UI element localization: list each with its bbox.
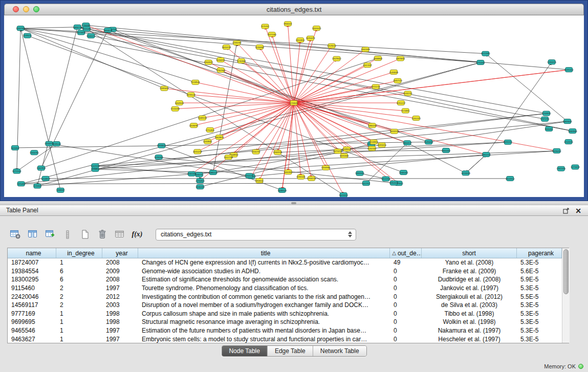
table-cell[interactable]: Disruption of a novel member of a sodium… xyxy=(138,301,390,309)
tab-edge-table[interactable]: Edge Table xyxy=(267,346,313,356)
minimize-window-button[interactable] xyxy=(23,6,29,12)
table-cell[interactable]: de Silva et al. (2003) xyxy=(422,301,517,309)
table-row[interactable]: 969969511998Structural magnetic resonanc… xyxy=(8,318,562,326)
function-builder-icon[interactable]: f(x) xyxy=(130,228,144,241)
table-cell[interactable]: 1 xyxy=(56,259,102,266)
show-columns-icon[interactable] xyxy=(26,228,40,241)
float-panel-icon[interactable] xyxy=(561,206,571,215)
network-graph-area[interactable]: 1776058511299015102475811081817512045275… xyxy=(4,15,584,197)
panel-divider[interactable] xyxy=(0,201,588,205)
column-header-name[interactable]: name xyxy=(8,248,56,258)
close-panel-icon[interactable]: ✕ xyxy=(574,206,583,215)
zoom-window-button[interactable] xyxy=(33,6,39,12)
table-row[interactable]: 977716911998Corpus callosum shape and si… xyxy=(8,310,562,318)
table-cell[interactable]: 5.9E-5 xyxy=(517,276,562,283)
table-cell[interactable]: 9777169 xyxy=(8,310,56,317)
table-cell[interactable]: 5.5E-5 xyxy=(517,293,562,300)
new-table-icon[interactable] xyxy=(78,228,92,241)
table-cell[interactable]: 2 xyxy=(56,301,102,309)
table-row[interactable]: 911546021997Tourette syndrome. Phenomeno… xyxy=(8,284,562,293)
add-column-icon[interactable] xyxy=(43,228,57,241)
table-cell[interactable]: Tibbo et al. (1998) xyxy=(422,310,517,317)
table-cell[interactable]: Estimation of significance thresholds fo… xyxy=(138,276,390,283)
table-cell[interactable]: 2008 xyxy=(102,259,138,266)
table-row[interactable]: 946362711997Embryonic stem cells: a mode… xyxy=(8,335,562,343)
table-row[interactable]: 1938455462009Genome-wide association stu… xyxy=(8,267,562,276)
table-cell[interactable]: 1997 xyxy=(102,336,138,343)
table-cell[interactable]: Estimation of the future numbers of pati… xyxy=(138,327,390,334)
table-cell[interactable]: 1 xyxy=(56,327,102,334)
network-canvas[interactable]: 1776058511299015102475811081817512045275… xyxy=(4,15,584,197)
table-cell[interactable]: 2012 xyxy=(102,293,138,300)
column-header-out-degree[interactable]: △ out_de… xyxy=(390,248,422,258)
table-cell[interactable]: 5.3E-5 xyxy=(517,285,562,292)
table-cell[interactable]: Yano et al. (2008) xyxy=(422,259,517,266)
table-row[interactable]: 1830029562008Estimation of significance … xyxy=(8,275,562,284)
table-cell[interactable]: 0 xyxy=(390,268,422,275)
tab-network-table[interactable]: Network Table xyxy=(313,346,366,356)
table-cell[interactable]: Genome-wide association studies in ADHD. xyxy=(138,268,390,275)
table-cell[interactable]: 1998 xyxy=(102,310,138,317)
table-cell[interactable]: Jankovic et al. (1997) xyxy=(422,285,517,292)
table-cell[interactable]: Franke et al. (2009) xyxy=(422,268,517,275)
table-cell[interactable]: 5.3E-5 xyxy=(517,310,562,317)
table-cell[interactable]: 6 xyxy=(56,276,102,283)
table-row[interactable]: 2242004622012Investigating the contribut… xyxy=(8,292,562,301)
table-cell[interactable]: 9463627 xyxy=(8,336,56,343)
table-cell[interactable]: Hescheler et al. (1997) xyxy=(422,336,517,343)
table-cell[interactable]: 5.6E-5 xyxy=(517,268,562,275)
table-cell[interactable]: 1997 xyxy=(102,327,138,334)
window-titlebar[interactable]: citations_edges.txt xyxy=(4,4,584,15)
table-cell[interactable]: Changes of HCN gene expression and I(f) … xyxy=(138,259,390,266)
table-cell[interactable]: 49 xyxy=(390,259,422,266)
table-cell[interactable]: 0 xyxy=(390,285,422,292)
table-cell[interactable]: Dudbridge et al. (2008) xyxy=(422,276,517,283)
table-cell[interactable]: 9699695 xyxy=(8,318,56,325)
table-cell[interactable]: 1 xyxy=(56,310,102,317)
table-cell[interactable]: 22420046 xyxy=(8,293,56,300)
table-cell[interactable]: 5.3E-5 xyxy=(517,336,562,343)
table-cell[interactable]: Nakamura et al. (1997) xyxy=(422,327,517,334)
table-cell[interactable]: 19384554 xyxy=(8,268,56,275)
table-cell[interactable]: 0 xyxy=(390,276,422,283)
table-cell[interactable]: Investigating the contribution of common… xyxy=(138,293,390,300)
table-cell[interactable]: Stergiakouli et al. (2012) xyxy=(422,293,517,300)
table-cell[interactable]: Tourette syndrome. Phenomenology and cla… xyxy=(138,285,390,292)
table-cell[interactable]: 0 xyxy=(390,293,422,300)
table-cell[interactable]: 2 xyxy=(56,285,102,292)
table-cell[interactable]: 5.3E-5 xyxy=(517,327,562,334)
vertical-scrollbar[interactable] xyxy=(562,248,570,343)
table-cell[interactable]: 1 xyxy=(56,336,102,343)
table-cell[interactable]: Structural magnetic resonance image aver… xyxy=(138,318,390,325)
table-cell[interactable]: 14569117 xyxy=(8,301,56,309)
table-cell[interactable]: 1 xyxy=(56,318,102,325)
table-cell[interactable]: 1997 xyxy=(102,285,138,292)
delete-table-icon[interactable] xyxy=(95,228,110,241)
table-cell[interactable]: 5.3E-5 xyxy=(517,318,562,325)
column-header-in-degree[interactable]: in_degree xyxy=(56,248,102,258)
table-cell[interactable]: 2003 xyxy=(102,301,138,309)
column-header-pagerank[interactable]: pagerank xyxy=(517,248,562,258)
table-row[interactable]: 1456911722003Disruption of a novel membe… xyxy=(8,301,562,310)
table-cell[interactable]: 0 xyxy=(390,301,422,309)
column-header-short[interactable]: short xyxy=(422,248,517,258)
close-window-button[interactable] xyxy=(13,6,19,12)
table-cell[interactable]: 6 xyxy=(56,268,102,275)
table-cell[interactable]: 0 xyxy=(390,336,422,343)
table-cell[interactable]: 2008 xyxy=(102,276,138,283)
table-cell[interactable]: Embryonic stem cells: a model to study s… xyxy=(138,336,390,343)
column-header-year[interactable]: year xyxy=(102,248,138,258)
table-cell[interactable]: 0 xyxy=(390,318,422,325)
row-height-icon[interactable] xyxy=(60,228,75,241)
table-mode-icon[interactable] xyxy=(8,228,23,241)
scrollbar-thumb[interactable] xyxy=(563,249,569,294)
table-cell[interactable]: 2009 xyxy=(102,268,138,275)
divider-handle-icon[interactable] xyxy=(291,202,296,204)
table-cell[interactable]: 0 xyxy=(390,327,422,334)
import-table-icon[interactable] xyxy=(113,228,127,241)
column-header-title[interactable]: title xyxy=(138,248,390,258)
table-cell[interactable]: 0 xyxy=(390,310,422,317)
table-cell[interactable]: 5.3E-5 xyxy=(517,259,562,266)
table-row[interactable]: 946554611997Estimation of the future num… xyxy=(8,326,562,335)
tab-node-table[interactable]: Node Table xyxy=(222,346,267,356)
